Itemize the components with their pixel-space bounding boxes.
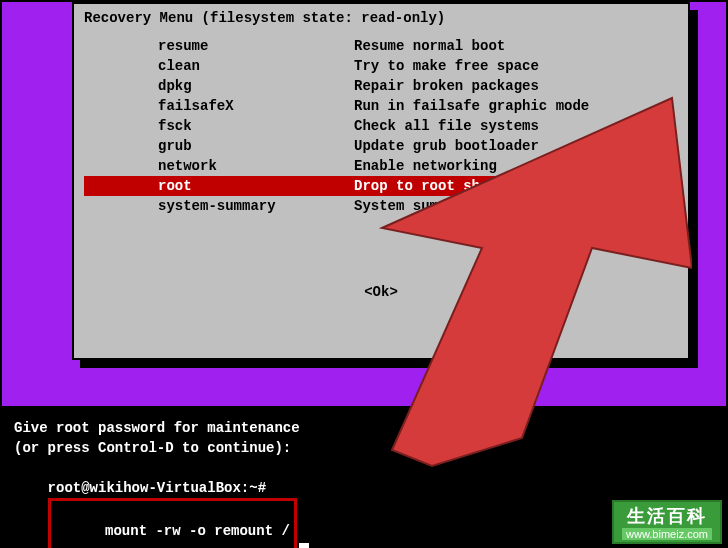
menu-item-system-summary[interactable]: system-summary System summary	[158, 196, 678, 216]
menu-item-clean[interactable]: clean Try to make free space	[158, 56, 678, 76]
watermark: 生活百科 www.bimeiz.com	[612, 500, 722, 544]
menu-item-key: resume	[158, 36, 354, 56]
ok-button[interactable]: <Ok>	[84, 284, 678, 300]
shell-command: mount -rw -o remount /	[105, 523, 290, 539]
watermark-title: 生活百科	[622, 504, 712, 528]
menu-title: Recovery Menu (filesystem state: read-on…	[84, 8, 678, 36]
shell-prompt: root@wikihow-VirtualBox:~#	[48, 480, 266, 496]
menu-item-key: dpkg	[158, 76, 354, 96]
command-highlight-box: mount -rw -o remount /	[48, 498, 297, 548]
menu-item-network[interactable]: network Enable networking	[158, 156, 678, 176]
menu-item-desc: Check all file systems	[354, 116, 678, 136]
menu-item-key: fsck	[158, 116, 354, 136]
menu-items-list: resume Resume normal boot clean Try to m…	[84, 36, 678, 216]
menu-item-desc: Resume normal boot	[354, 36, 678, 56]
menu-item-root[interactable]: root Drop to root shell prompt	[84, 176, 678, 196]
menu-item-resume[interactable]: resume Resume normal boot	[158, 36, 678, 56]
menu-item-desc: Run in failsafe graphic mode	[354, 96, 678, 116]
menu-item-desc: Repair broken packages	[354, 76, 678, 96]
terminal-line: (or press Control-D to continue):	[14, 438, 309, 458]
menu-item-desc: Drop to root shell prompt	[354, 176, 678, 196]
menu-item-desc: Try to make free space	[354, 56, 678, 76]
cursor-icon	[299, 543, 309, 548]
menu-item-desc: Enable networking	[354, 156, 678, 176]
terminal-output: Give root password for maintenance (or p…	[14, 418, 309, 548]
menu-item-key: grub	[158, 136, 354, 156]
menu-item-fsck[interactable]: fsck Check all file systems	[158, 116, 678, 136]
menu-item-grub[interactable]: grub Update grub bootloader	[158, 136, 678, 156]
menu-item-desc: System summary	[354, 196, 678, 216]
menu-item-key: clean	[158, 56, 354, 76]
watermark-url: www.bimeiz.com	[622, 528, 712, 540]
menu-item-key: failsafeX	[158, 96, 354, 116]
menu-item-key: root	[158, 176, 354, 196]
terminal-prompt-line[interactable]: root@wikihow-VirtualBox:~# mount -rw -o …	[14, 458, 309, 548]
menu-item-desc: Update grub bootloader	[354, 136, 678, 156]
recovery-menu-dialog: Recovery Menu (filesystem state: read-on…	[72, 2, 690, 360]
desktop-background: Recovery Menu (filesystem state: read-on…	[2, 2, 726, 406]
menu-item-dpkg[interactable]: dpkg Repair broken packages	[158, 76, 678, 96]
menu-item-failsafex[interactable]: failsafeX Run in failsafe graphic mode	[158, 96, 678, 116]
menu-item-key: system-summary	[158, 196, 354, 216]
terminal-line: Give root password for maintenance	[14, 418, 309, 438]
menu-item-key: network	[158, 156, 354, 176]
